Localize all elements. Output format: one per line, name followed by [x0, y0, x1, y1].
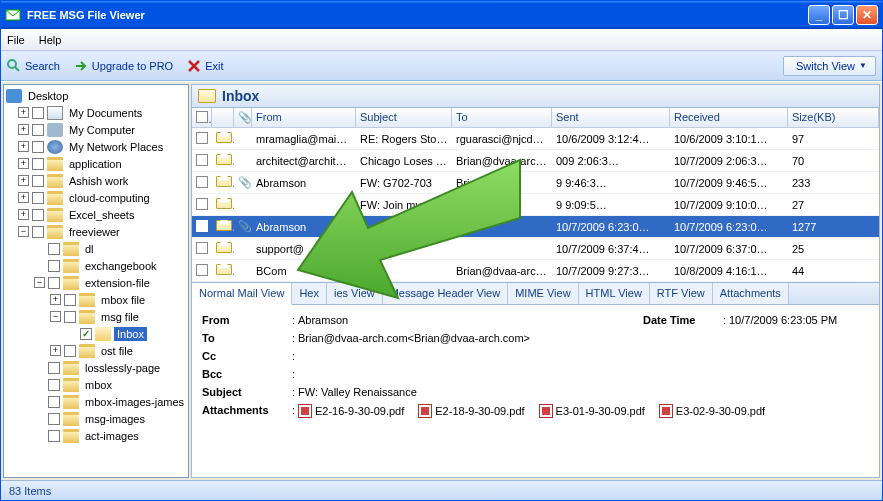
tree-inbox[interactable]: Inbox [4, 325, 188, 342]
svg-point-1 [8, 60, 16, 68]
attachment-item[interactable]: E2-16-9-30-09.pdf [298, 404, 404, 418]
datetime-label: Date Time [643, 314, 723, 326]
col-attach[interactable]: 📎 [234, 108, 252, 127]
datetime-value: 10/7/2009 6:23:05 PM [729, 314, 869, 326]
chevron-down-icon: ▼ [859, 61, 867, 70]
attachments-list: E2-16-9-30-09.pdfE2-18-9-30-09.pdfE3-01-… [298, 404, 869, 420]
mail-row[interactable]: 📎AbramsonFW: G702-703Brian@9 9:46:3…10/7… [192, 172, 879, 194]
col-from[interactable]: From [252, 108, 356, 127]
tab-normal[interactable]: Normal Mail View [192, 283, 292, 305]
tree-item[interactable]: −freeviewer [4, 223, 188, 240]
folder-icon [47, 208, 63, 222]
from-label: From [202, 314, 292, 326]
mail-row[interactable]: architect@archit…Chicago Loses 2…Brian@d… [192, 150, 879, 172]
tree-item[interactable]: −extension-file [4, 274, 188, 291]
bcc-label: Bcc [202, 368, 292, 380]
mail-row[interactable]: FW: Join my n9 9:09:5…10/7/2009 9:10:0…2… [192, 194, 879, 216]
inbox-header: Inbox [191, 84, 880, 108]
subject-label: Subject [202, 386, 292, 398]
tree-mynet[interactable]: +My Network Places [4, 138, 188, 155]
mail-row[interactable]: 📎Abramsonrc…10/7/2009 6:23:0…10/7/2009 6… [192, 216, 879, 238]
tab-html[interactable]: HTML View [579, 283, 650, 304]
col-icon[interactable] [212, 108, 234, 127]
tree-item[interactable]: msg-images [4, 410, 188, 427]
col-to[interactable]: To [452, 108, 552, 127]
inbox-icon [198, 89, 216, 103]
attachments-label: Attachments [202, 404, 292, 420]
folder-icon [47, 157, 63, 171]
folder-icon [79, 310, 95, 324]
folder-icon [63, 259, 79, 273]
inbox-title: Inbox [222, 88, 259, 104]
tree-item[interactable]: mbox-images-james [4, 393, 188, 410]
to-value: Brian@dvaa-arch.com<Brian@dvaa-arch.com> [298, 332, 869, 344]
pdf-icon [418, 404, 432, 418]
menu-help[interactable]: Help [39, 34, 62, 46]
tree-item[interactable]: dl [4, 240, 188, 257]
search-button[interactable]: Search [7, 59, 60, 73]
folder-icon [63, 412, 79, 426]
titlebar[interactable]: FREE MSG File Viewer _ ☐ ✕ [1, 1, 882, 29]
mail-row[interactable]: support@10/7/2009 6:37:4…10/7/2009 6:37:… [192, 238, 879, 260]
tree-item[interactable]: +mbox file [4, 291, 188, 308]
tree-item[interactable]: exchangebook [4, 257, 188, 274]
to-label: To [202, 332, 292, 344]
pdf-icon [539, 404, 553, 418]
folder-icon [79, 293, 95, 307]
cc-label: Cc [202, 350, 292, 362]
tab-hex[interactable]: Hex [292, 283, 327, 304]
tree-mydocs[interactable]: +My Documents [4, 104, 188, 121]
window-title: FREE MSG File Viewer [27, 9, 145, 21]
tree-item[interactable]: +cloud-computing [4, 189, 188, 206]
minimize-button[interactable]: _ [808, 5, 830, 25]
switch-view-button[interactable]: Switch View ▼ [783, 56, 876, 76]
tab-attachments[interactable]: Attachments [713, 283, 789, 304]
app-icon [5, 7, 21, 23]
attachment-item[interactable]: E3-02-9-30-09.pdf [659, 404, 765, 418]
menu-file[interactable]: File [7, 34, 25, 46]
col-received[interactable]: Received [670, 108, 788, 127]
tree-item[interactable]: +Excel_sheets [4, 206, 188, 223]
tree-item[interactable]: +ost file [4, 342, 188, 359]
tree-mycomp[interactable]: +My Computer [4, 121, 188, 138]
upgrade-button[interactable]: Upgrade to PRO [74, 59, 173, 73]
col-sent[interactable]: Sent [552, 108, 670, 127]
folder-icon [47, 174, 63, 188]
tree-item[interactable]: losslessly-page [4, 359, 188, 376]
exit-button[interactable]: Exit [187, 59, 223, 73]
tab-properties[interactable]: ies View [327, 283, 383, 304]
tab-header[interactable]: Message Header View [383, 283, 508, 304]
mail-detail: From: Abramson Date Time: 10/7/2009 6:23… [191, 305, 880, 478]
maximize-button[interactable]: ☐ [832, 5, 854, 25]
tab-mime[interactable]: MIME View [508, 283, 578, 304]
tab-rtf[interactable]: RTF View [650, 283, 713, 304]
exit-icon [187, 59, 201, 73]
mail-grid: 📎 From Subject To Sent Received Size(KB)… [191, 108, 880, 283]
upgrade-icon [74, 59, 88, 73]
tree-item[interactable]: −msg file [4, 308, 188, 325]
mail-row[interactable]: BComBrian@dvaa-arc…10/7/2009 9:27:3…10/8… [192, 260, 879, 282]
toolbar: Search Upgrade to PRO Exit Switch View ▼ [1, 51, 882, 81]
attachment-item[interactable]: E3-01-9-30-09.pdf [539, 404, 645, 418]
col-subject[interactable]: Subject [356, 108, 452, 127]
close-button[interactable]: ✕ [856, 5, 878, 25]
folder-tree[interactable]: Desktop +My Documents +My Computer +My N… [3, 84, 189, 478]
cc-value [298, 350, 869, 362]
tree-item[interactable]: +Ashish work [4, 172, 188, 189]
mail-row[interactable]: mramaglia@mai…RE: Rogers Stor…rguarasci@… [192, 128, 879, 150]
tree-desktop[interactable]: Desktop [4, 87, 188, 104]
pdf-icon [659, 404, 673, 418]
subject-value: FW: Valley Renaissance [298, 386, 869, 398]
attachment-item[interactable]: E2-18-9-30-09.pdf [418, 404, 524, 418]
tree-item[interactable]: act-images [4, 427, 188, 444]
status-bar: 83 Items [1, 480, 882, 500]
folder-icon [79, 344, 95, 358]
folder-icon [63, 378, 79, 392]
col-size[interactable]: Size(KB) [788, 108, 879, 127]
folder-icon [47, 225, 63, 239]
col-check[interactable] [192, 108, 212, 127]
svg-line-2 [15, 67, 19, 71]
tree-item[interactable]: mbox [4, 376, 188, 393]
network-icon [47, 140, 63, 154]
tree-item[interactable]: +application [4, 155, 188, 172]
